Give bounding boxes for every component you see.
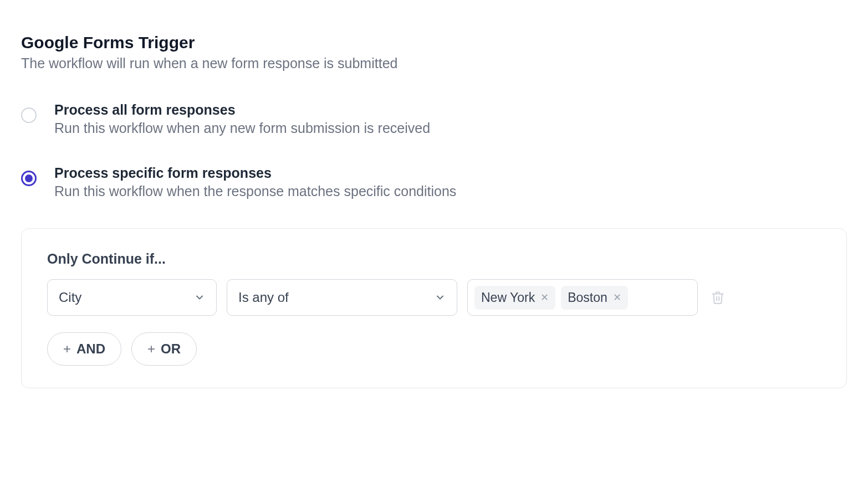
tag: Boston ✕ <box>561 286 628 310</box>
add-or-button[interactable]: + OR <box>131 332 197 366</box>
radio-option-all-desc: Run this workflow when any new form subm… <box>54 120 430 136</box>
add-or-label: OR <box>161 341 181 357</box>
close-icon[interactable]: ✕ <box>540 292 549 302</box>
field-select[interactable]: City <box>47 279 217 316</box>
add-and-button[interactable]: + AND <box>47 332 121 366</box>
trash-icon[interactable] <box>708 287 728 307</box>
trigger-mode-radio-group: Process all form responses Run this work… <box>21 102 847 199</box>
field-select-value: City <box>59 290 81 305</box>
conditions-panel: Only Continue if... City Is any of New Y… <box>21 228 847 388</box>
operator-select-value: Is any of <box>238 290 289 305</box>
radio-option-all[interactable]: Process all form responses Run this work… <box>21 102 847 136</box>
add-condition-buttons: + AND + OR <box>47 332 821 366</box>
page-subtitle: The workflow will run when a new form re… <box>21 55 847 71</box>
chevron-down-icon <box>435 292 446 303</box>
conditions-title: Only Continue if... <box>47 251 821 267</box>
condition-row: City Is any of New York ✕ Boston ✕ <box>47 279 821 316</box>
radio-option-specific-desc: Run this workflow when the response matc… <box>54 183 456 199</box>
plus-icon: + <box>63 342 71 356</box>
page-title: Google Forms Trigger <box>21 33 847 52</box>
add-and-label: AND <box>76 341 105 357</box>
tag-label: Boston <box>568 290 607 305</box>
radio-icon <box>21 107 37 123</box>
radio-option-specific[interactable]: Process specific form responses Run this… <box>21 165 847 199</box>
tag: New York ✕ <box>474 286 555 310</box>
radio-option-all-title: Process all form responses <box>54 102 430 118</box>
value-tag-input[interactable]: New York ✕ Boston ✕ <box>467 279 698 316</box>
tag-label: New York <box>481 290 535 305</box>
operator-select[interactable]: Is any of <box>227 279 457 316</box>
chevron-down-icon <box>194 292 205 303</box>
radio-icon-selected <box>21 171 37 186</box>
close-icon[interactable]: ✕ <box>613 292 621 302</box>
radio-option-specific-title: Process specific form responses <box>54 165 456 181</box>
plus-icon: + <box>147 342 155 356</box>
